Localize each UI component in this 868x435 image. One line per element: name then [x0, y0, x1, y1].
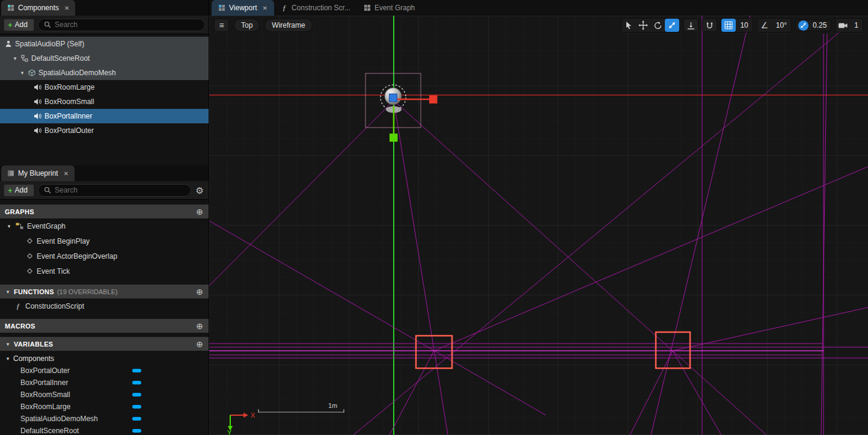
rotation-snap-value[interactable]: 10° — [772, 21, 791, 29]
tree-row-boxroomsmall[interactable]: BoxRoomSmall — [0, 94, 209, 109]
grid-snap-value[interactable]: 10 — [736, 21, 752, 29]
macros-section-header[interactable]: MACROS ⊕ — [0, 319, 209, 333]
tree-row-boxportalinner-selected[interactable]: BoxPortalInner — [0, 109, 209, 123]
tree-row-boxroomlarge[interactable]: BoxRoomLarge — [0, 80, 209, 94]
variable-type-pill — [132, 405, 141, 409]
tree-row-mesh[interactable]: ▾ SpatialAudioDemoMesh — [0, 66, 209, 80]
construction-script-tab-label: Construction Scr... — [292, 4, 350, 12]
construction-script-row[interactable]: ƒ ConstructionScript — [0, 298, 209, 313]
event-beginplay-row[interactable]: Event BeginPlay — [0, 233, 209, 248]
viewport-canvas[interactable]: 1m X Y ≡ Top Wireframe — [209, 16, 868, 435]
variable-row-boxportalouter[interactable]: BoxPortalOuter — [0, 365, 209, 377]
variable-row-boxroomsmall[interactable]: BoxRoomSmall — [0, 389, 209, 401]
select-tool-button[interactable] — [622, 19, 636, 32]
tab-my-blueprint[interactable]: My Blueprint ✕ — [1, 165, 75, 181]
chevron-down-icon[interactable]: ▾ — [19, 70, 25, 76]
components-tree: SpatialAudioBP (Self) ▾ DefaultSceneRoot… — [0, 34, 209, 165]
add-component-button[interactable]: + Add — [4, 19, 34, 31]
scale-tool-button[interactable] — [665, 19, 679, 32]
rotation-snap-button[interactable]: ∠ — [757, 19, 772, 32]
chevron-down-icon[interactable]: ▾ — [5, 341, 11, 347]
chevron-down-icon[interactable]: ▾ — [5, 356, 11, 362]
event-tick-row[interactable]: Event Tick — [0, 264, 209, 279]
plus-icon: + — [8, 20, 13, 29]
scale-bar-label: 1m — [328, 402, 337, 409]
tree-row-boxportalouter[interactable]: BoxPortalOuter — [0, 123, 209, 138]
camera-speed-value[interactable]: 1 — [850, 21, 863, 29]
close-icon[interactable]: ✕ — [64, 170, 69, 177]
tree-row-root[interactable]: SpatialAudioBP (Self) — [0, 37, 209, 51]
chevron-down-icon[interactable]: ▾ — [6, 223, 12, 229]
tree-row-label: DefaultSceneRoot — [31, 54, 90, 63]
functions-section-header[interactable]: ▾ FUNCTIONS (19 OVERRIDABLE) ⊕ — [0, 285, 209, 298]
components-search[interactable] — [38, 19, 205, 31]
viewport-tab-label: Viewport — [229, 4, 257, 12]
move-icon — [638, 20, 648, 30]
variable-type-pill — [132, 429, 141, 433]
graphs-section-header[interactable]: GRAPHS ⊕ — [0, 205, 209, 218]
variable-row-defaultsceneroot[interactable]: DefaultSceneRoot — [0, 425, 209, 435]
close-icon[interactable]: ✕ — [262, 5, 267, 11]
chevron-down-icon[interactable]: ▾ — [5, 289, 11, 295]
components-search-input[interactable] — [55, 20, 199, 29]
translate-tool-button[interactable] — [636, 19, 650, 32]
add-blueprint-item-button[interactable]: + Add — [4, 184, 34, 197]
my-blueprint-search-input[interactable] — [55, 186, 185, 194]
functions-header-label: FUNCTIONS — [14, 288, 54, 295]
scale-snap-button[interactable] — [798, 20, 808, 31]
my-blueprint-tabbar: My Blueprint ✕ — [0, 165, 209, 181]
render-mode-button[interactable]: Wireframe — [264, 19, 312, 32]
variables-header-label: VARIABLES — [14, 341, 53, 348]
actor-snap-button[interactable] — [702, 19, 717, 32]
variable-label: DefaultSceneRoot — [20, 427, 79, 435]
rotate-icon — [653, 21, 662, 30]
rotate-tool-button[interactable] — [650, 19, 665, 32]
gizmo-xy-handle[interactable] — [390, 94, 397, 102]
camera-speed-button[interactable] — [836, 19, 850, 32]
scale-icon — [668, 21, 676, 29]
tab-components[interactable]: Components ✕ — [1, 0, 75, 16]
scale-snap-value[interactable]: 0.25 — [808, 21, 831, 29]
variable-row-boxroomlarge[interactable]: BoxRoomLarge — [0, 401, 209, 413]
tree-row-scene-root[interactable]: ▾ DefaultSceneRoot — [0, 51, 209, 66]
variables-section-header[interactable]: ▾ VARIABLES ⊕ — [0, 337, 209, 351]
tab-viewport[interactable]: Viewport ✕ — [212, 0, 274, 16]
variable-label: BoxRoomSmall — [20, 390, 70, 399]
add-variable-icon[interactable]: ⊕ — [196, 340, 203, 348]
add-macro-icon[interactable]: ⊕ — [196, 322, 203, 330]
variable-type-pill — [132, 417, 141, 421]
audio-component-icon — [34, 84, 41, 91]
components-toolbar: + Add — [0, 16, 209, 34]
variable-row-boxportalinner[interactable]: BoxPortalInner — [0, 377, 209, 389]
components-tab-label: Components — [18, 4, 59, 12]
add-function-icon[interactable]: ⊕ — [196, 288, 203, 296]
event-actorbeginoverlap-row[interactable]: Event ActorBeginOverlap — [0, 248, 209, 264]
my-blueprint-search[interactable] — [38, 184, 191, 197]
audio-component-icon — [34, 127, 41, 134]
variables-category-components[interactable]: ▾ Components — [0, 353, 209, 365]
gear-icon[interactable]: ⚙ — [195, 186, 205, 195]
blueprint-editor: Components ✕ + Add SpatialAudioBP (Self) — [0, 0, 868, 435]
gizmo-y-handle[interactable] — [390, 134, 398, 142]
event-graph-row[interactable]: ▾ EventGraph — [0, 218, 209, 233]
grid-snap-button[interactable] — [721, 19, 736, 32]
mini-axis-x-label: X — [251, 412, 255, 419]
variable-row-spatialaudiodemomesh[interactable]: SpatialAudioDemoMesh — [0, 413, 209, 425]
gizmo-x-handle[interactable] — [429, 96, 438, 104]
rotation-snap-group: ∠ 10° — [757, 18, 792, 32]
tab-construction-script[interactable]: ƒ Construction Scr... — [274, 0, 357, 16]
add-graph-icon[interactable]: ⊕ — [196, 208, 203, 216]
my-blueprint-tab-label: My Blueprint — [18, 169, 58, 177]
grid-icon — [724, 21, 733, 29]
add-component-label: Add — [15, 20, 28, 29]
left-column: Components ✕ + Add SpatialAudioBP (Self) — [0, 0, 209, 435]
surface-snap-button[interactable] — [683, 19, 698, 32]
scene-root-icon — [21, 55, 28, 62]
chevron-down-icon[interactable]: ▾ — [12, 55, 18, 61]
variables-category-label: Components — [13, 354, 54, 363]
view-mode-button[interactable]: Top — [234, 19, 260, 32]
viewport-options-button[interactable]: ≡ — [214, 19, 229, 32]
angle-icon: ∠ — [761, 20, 769, 30]
close-icon[interactable]: ✕ — [64, 5, 69, 11]
tab-event-graph[interactable]: Event Graph — [357, 0, 421, 16]
